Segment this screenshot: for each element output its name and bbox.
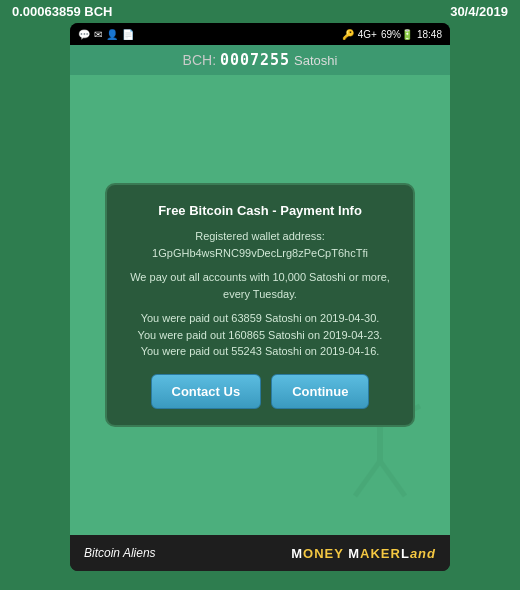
doc-icon: 📄	[122, 29, 134, 40]
maker-text: M	[344, 546, 360, 561]
payment-1: You were paid out 63859 Satoshi on 2019-…	[125, 310, 395, 327]
bch-value: 0007255	[220, 51, 290, 69]
bch-label: BCH:	[183, 52, 216, 68]
phone-frame: 💬 ✉ 👤 📄 🔑 4G+ 69%🔋 18:48 BCH: 0007255 Sa…	[70, 23, 450, 571]
time-label: 18:48	[417, 29, 442, 40]
bch-amount: 0.00063859 BCH	[12, 4, 112, 19]
oney-text: ONEY	[303, 546, 344, 561]
contact-us-button[interactable]: Contact Us	[151, 374, 262, 409]
wallet-section: Registered wallet address: 1GpGHb4wsRNC9…	[125, 228, 395, 261]
bottom-bar: Bitcoin Aliens MONEY MAKERLand	[70, 535, 450, 571]
wallet-address-value: 1GpGHb4wsRNC99vDecLrg8zPeCpT6hcTfi	[152, 247, 368, 259]
svg-line-4	[355, 461, 380, 496]
whatsapp-icon: 💬	[78, 29, 90, 40]
money-text: M	[291, 546, 303, 561]
aker-text: AKER	[360, 546, 401, 561]
dialog-body: Registered wallet address: 1GpGHb4wsRNC9…	[125, 228, 395, 360]
lock-icon: 🔑	[342, 29, 354, 40]
satoshi-label: Satoshi	[294, 53, 337, 68]
bitcoin-aliens-label: Bitcoin Aliens	[84, 546, 156, 560]
date: 30/4/2019	[450, 4, 508, 19]
payout-policy: We pay out all accounts with 10,000 Sato…	[125, 269, 395, 302]
network-label: 4G+	[358, 29, 377, 40]
battery-icon: 69%🔋	[381, 29, 413, 40]
person-icon: 👤	[106, 29, 118, 40]
svg-line-5	[380, 461, 405, 496]
status-bar: 💬 ✉ 👤 📄 🔑 4G+ 69%🔋 18:48	[70, 23, 450, 45]
moneymakerland-label: MONEY MAKERLand	[291, 546, 436, 561]
payment-records: You were paid out 63859 Satoshi on 2019-…	[125, 310, 395, 360]
dialog-buttons: Contact Us Continue	[125, 374, 395, 409]
status-right: 🔑 4G+ 69%🔋 18:48	[342, 29, 442, 40]
and-text: and	[410, 546, 436, 561]
bch-header: BCH: 0007255 Satoshi	[70, 45, 450, 75]
payment-dialog: Free Bitcoin Cash - Payment Info Registe…	[105, 183, 415, 427]
top-bar: 0.00063859 BCH 30/4/2019	[0, 0, 520, 23]
land-text: L	[401, 546, 410, 561]
status-icons: 💬 ✉ 👤 📄	[78, 29, 134, 40]
message-icon: ✉	[94, 29, 102, 40]
continue-button[interactable]: Continue	[271, 374, 369, 409]
dialog-title: Free Bitcoin Cash - Payment Info	[125, 203, 395, 218]
wallet-label: Registered wallet address:	[195, 230, 325, 242]
payment-2: You were paid out 160865 Satoshi on 2019…	[125, 327, 395, 344]
payment-3: You were paid out 55243 Satoshi on 2019-…	[125, 343, 395, 360]
phone-screen: Free Bitcoin Cash - Payment Info Registe…	[70, 75, 450, 535]
